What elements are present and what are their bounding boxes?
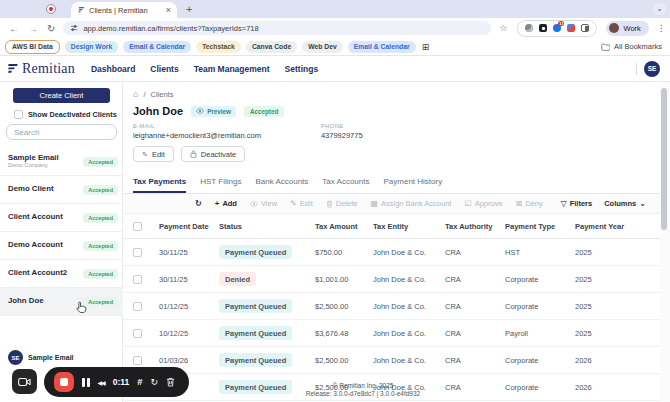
deactivate-button[interactable]: Deactivate [181, 146, 245, 162]
row-checkbox[interactable] [133, 275, 142, 284]
extension-icon[interactable] [539, 24, 547, 32]
extension-shield-icon[interactable] [567, 24, 575, 32]
table-row[interactable]: 30/11/25Payment Queued $750.00John Doe &… [123, 239, 662, 266]
columns-button[interactable]: Columns⌄ [604, 199, 646, 208]
table-header-row: Payment DateStatus Tax AmountTax Entity … [123, 215, 662, 239]
tab-group-chip[interactable]: Email & Calendar [123, 41, 191, 53]
preview-badge[interactable]: Preview [191, 106, 236, 117]
client-search-input[interactable] [6, 124, 117, 140]
all-bookmarks-button[interactable]: All Bookmarks [601, 42, 662, 51]
create-client-button[interactable]: Create Client [13, 88, 110, 103]
tab-group-chip[interactable]: Canva Code [246, 41, 297, 53]
browser-tab-strip: Clients | Remitian × + ⌄ [0, 0, 670, 18]
brand-logo[interactable]: Remitian [5, 61, 75, 77]
reload-button[interactable]: ↻ [47, 23, 55, 34]
deny-button[interactable]: ⊠Deny [516, 199, 543, 208]
view-button[interactable]: View [250, 199, 277, 208]
tab-close-icon[interactable]: × [166, 6, 171, 15]
table-row[interactable]: 01/12/25Payment Queued $2,500.00John Doe… [123, 293, 662, 320]
row-checkbox[interactable] [133, 329, 142, 338]
extension-icon[interactable] [525, 24, 533, 32]
new-tab-button[interactable]: + [186, 3, 192, 15]
row-checkbox[interactable] [133, 248, 142, 257]
show-deactivated-toggle[interactable]: Show Deactivated Clients [14, 110, 117, 119]
sidebar-footer-profile[interactable]: SE Sample Email [8, 350, 74, 365]
bookmarks-bar: AWS BI Data Design Work Email & Calendar… [0, 38, 670, 56]
client-list-item[interactable]: Sample Email Demo Company Accepted [0, 148, 123, 176]
vertical-scrollbar[interactable] [660, 82, 670, 402]
nav-team-management[interactable]: Team Management [194, 64, 270, 74]
tab-tax-payments[interactable]: Tax Payments [133, 177, 186, 193]
status-badge: Accepted [83, 269, 118, 279]
tab-group-chip[interactable]: AWS BI Data [5, 40, 60, 54]
back-button[interactable]: ← [9, 23, 19, 34]
email-label: E-MAIL [133, 123, 261, 129]
user-avatar[interactable]: SE [644, 61, 660, 77]
show-deactivated-checkbox[interactable] [14, 110, 23, 119]
extension-badge-icon[interactable]: 11 [553, 24, 561, 32]
tab-group-chip[interactable]: Techstack [196, 41, 241, 53]
tab-tax-accounts[interactable]: Tax Accounts [322, 177, 369, 193]
filters-button[interactable]: ▽Filters [561, 199, 593, 208]
client-list-item[interactable]: Demo Account Accepted [0, 232, 123, 260]
forward-button[interactable]: → [28, 23, 38, 34]
approve-button[interactable]: ☑Approve [464, 199, 502, 208]
pause-button[interactable] [82, 378, 90, 387]
restart-icon[interactable]: ↻ [151, 378, 159, 387]
eye-icon [250, 201, 258, 207]
address-bar[interactable]: app.demo.remitian.ca/firms/clients?Taxpa… [63, 21, 491, 35]
pencil-icon: ✎ [142, 151, 148, 158]
client-list-item[interactable]: Client Account2 Accepted [0, 260, 123, 288]
nav-settings[interactable]: Settings [285, 64, 319, 74]
add-button[interactable]: +Add [215, 199, 237, 208]
status-badge: Accepted [83, 213, 118, 223]
delete-recording-icon[interactable] [166, 377, 175, 387]
nav-dashboard[interactable]: Dashboard [91, 64, 135, 74]
breadcrumb-clients[interactable]: Clients [151, 90, 174, 99]
browser-toolbar: ← → ↻ app.demo.remitian.ca/firms/clients… [0, 18, 670, 38]
plus-icon: + [215, 200, 220, 208]
home-icon[interactable]: ⌂ [133, 90, 138, 99]
table-row[interactable]: 10/12/25Payment Queued $3,676.48John Doe… [123, 320, 662, 347]
brand-name: Remitian [22, 61, 75, 77]
client-detail-panel: ⌂ / Clients John Doe Preview Accepted E-… [123, 82, 662, 402]
tab-group-chip[interactable]: Web Dev [302, 41, 343, 53]
assign-bank-account-button[interactable]: ▦Assign Bank Account [370, 199, 451, 208]
edit-row-button[interactable]: ✎Edit [290, 199, 313, 208]
apps-grid-icon[interactable]: ⊞ [422, 42, 430, 52]
table-row[interactable]: 01/03/26Payment Queued $2,500.00John Doe… [123, 347, 662, 374]
client-list-item[interactable]: Demo Client Accepted [0, 176, 123, 204]
tab-hst-filings[interactable]: HST Filings [200, 177, 241, 193]
client-list-item[interactable]: Client Account Accepted [0, 204, 123, 232]
edit-button[interactable]: ✎ Edit [133, 146, 174, 162]
side-panel-icon[interactable] [581, 24, 589, 32]
camera-toggle-button[interactable] [12, 369, 37, 394]
select-all-checkbox[interactable] [133, 222, 142, 231]
tab-group-chip[interactable]: Design Work [65, 41, 118, 53]
status-badge: Accepted [83, 297, 118, 307]
status-badge: Denied [219, 272, 256, 286]
scrollbar-thumb[interactable] [661, 88, 667, 230]
tab-bank-accounts[interactable]: Bank Accounts [255, 177, 308, 193]
delete-button[interactable]: Delete [326, 199, 358, 208]
client-list-item-selected[interactable]: John Doe Accepted [0, 288, 123, 316]
tab-search-chevron-icon[interactable]: ⌄ [653, 3, 666, 15]
browser-menu-icon[interactable]: ⋮ [657, 23, 666, 33]
row-checkbox[interactable] [133, 356, 142, 365]
tab-group-chip[interactable]: Email & Calendar [348, 41, 416, 53]
browser-tab[interactable]: Clients | Remitian × [71, 2, 177, 18]
bookmark-star-icon[interactable]: ☆ [499, 23, 507, 33]
browser-profile-chip[interactable]: Work [606, 21, 648, 36]
release-text: Release: 3.0.0-d7e8dc7 | 3.0.0-e4fd932 [123, 390, 603, 398]
effects-grid-icon[interactable]: # [137, 377, 142, 387]
row-checkbox[interactable] [133, 302, 142, 311]
refresh-button[interactable]: ↻ [195, 200, 202, 208]
table-row[interactable]: 30/11/25Denied $1,001.00John Doe & Co. C… [123, 266, 662, 293]
nav-clients[interactable]: Clients [150, 64, 178, 74]
stop-recording-button[interactable] [54, 372, 74, 392]
tax-payments-table: Payment DateStatus Tax AmountTax Entity … [123, 215, 662, 401]
browser-window: Clients | Remitian × + ⌄ ← → ↻ app.demo.… [0, 0, 670, 402]
restart-recording-icon[interactable]: ◀◀ [98, 379, 105, 386]
status-badge: Accepted [83, 157, 118, 167]
tab-payment-history[interactable]: Payment History [383, 177, 442, 193]
